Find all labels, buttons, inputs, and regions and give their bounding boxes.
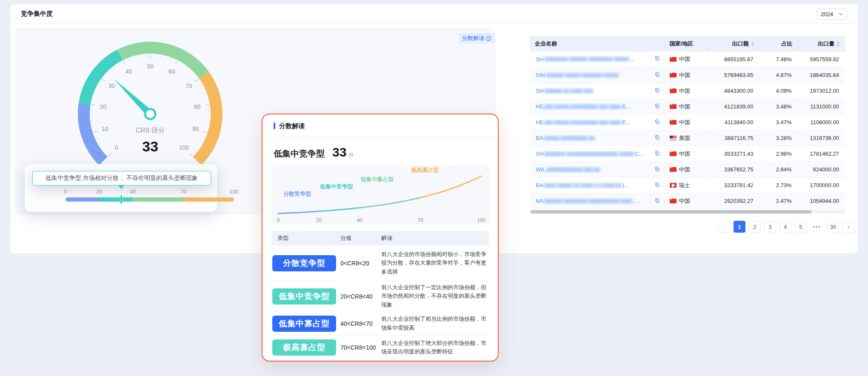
page-button-1[interactable]: 1: [734, 221, 745, 233]
company-name-redacted: ███ █████ █████████ ███ ████: [544, 120, 621, 125]
country-cell: 中国: [665, 119, 708, 126]
curve-segment-label: 低集中竞争型: [320, 183, 353, 190]
company-name-prefix: SH: [536, 56, 543, 63]
country-cell: 美国: [665, 134, 708, 142]
score-type-row: 低集中竞争型20<CR8<40前八大企业控制了一定比例的市场份额，但市场仍然相对…: [271, 281, 489, 312]
company-name[interactable]: NA██████ ████████ ██████████ ████. ...: [530, 198, 664, 205]
gauge-tick-label: 40: [125, 68, 132, 75]
country-cell: 中国: [665, 166, 708, 174]
export-volume: 1864035.64: [798, 67, 845, 83]
company-table-row: SH███████ █████████████████ █████C...中国3…: [530, 146, 845, 162]
page-button-4[interactable]: 4: [779, 221, 791, 233]
type-badge: 极高寡占型: [272, 339, 336, 356]
company-name-suffix: ...: [630, 56, 635, 63]
country-name: 中国: [679, 103, 690, 111]
copy-icon[interactable]: [654, 182, 660, 189]
company-table-row: HE███ █████ █████████ ███ ████E...中国4113…: [530, 114, 845, 130]
gauge-tick-label: 0: [115, 144, 118, 151]
type-description: 前八大企业的市场份额相对较小，市场竞争较为分散，存在大量的竞争对手，客户有更多选…: [381, 250, 489, 276]
sort-icon[interactable]: [751, 41, 754, 46]
country-name: 中国: [679, 119, 690, 126]
scale-bar-segment: [133, 197, 183, 202]
flag-icon-cn: [670, 104, 677, 109]
export-value: 5769463.85: [708, 67, 760, 83]
next-page-button[interactable]: ›: [842, 221, 854, 233]
share-percent: 2.84%: [760, 162, 798, 177]
gauge-tick-label: 60: [168, 68, 175, 75]
company-name[interactable]: WIL████████████ ███ ██: [530, 166, 664, 173]
country-cell: 中国: [665, 197, 708, 205]
export-volume: 1700000.00: [798, 177, 845, 193]
curve-x-tick: 70: [417, 217, 423, 223]
copy-icon[interactable]: [654, 151, 660, 157]
company-table-row: SIN██████ █████ ███████ █████中国5769463.8…: [530, 67, 845, 83]
copy-icon[interactable]: [654, 88, 660, 94]
copy-icon[interactable]: [654, 56, 660, 63]
curve-x-tick: 100: [477, 217, 485, 223]
copy-icon[interactable]: [654, 198, 660, 205]
export-value: 4121839.00: [708, 99, 760, 114]
type-description: 前八大企业控制了相当比例的市场份额，市场集中度较高: [381, 315, 489, 332]
scrollbar-thumb[interactable]: [531, 210, 811, 214]
company-name[interactable]: BA████ █████ ██ ████ █ █ ████ ██)...: [530, 182, 664, 189]
scale-bar-tick-label: 100: [229, 188, 239, 195]
company-name[interactable]: HE███ █████ █████████ ███ ████E...: [530, 119, 664, 126]
copy-icon[interactable]: [654, 166, 660, 173]
cr8-range: 70<CR8<100: [340, 344, 381, 351]
copy-icon[interactable]: [654, 72, 660, 79]
country-name: 中国: [679, 150, 690, 158]
gauge-tick-label: 70: [186, 83, 192, 89]
company-name-suffix: E...: [622, 103, 631, 110]
page-button-5[interactable]: 5: [795, 221, 807, 233]
export-value: 4113840.00: [708, 114, 760, 130]
gauge-label: CR8 得分: [136, 127, 165, 134]
score-explain-label: 分数解读: [462, 34, 484, 42]
column-header-企业名称: 企业名称: [530, 36, 664, 51]
tooltip-arrow: [118, 185, 124, 189]
scale-bar-segment: [66, 197, 99, 202]
flag-icon-ch: [670, 183, 677, 188]
score-category: 低集中竞争型: [274, 148, 325, 160]
column-header-label: 出口额: [732, 40, 749, 48]
popup-score-row: 低集中竞争型 33 分: [263, 138, 498, 160]
company-name[interactable]: SH██████ ██ ████ ███: [530, 88, 664, 94]
country-cell: 中国: [665, 55, 708, 63]
year-select[interactable]: 2024: [817, 8, 847, 20]
pagination: ‹12345•••30›: [718, 221, 854, 233]
copy-icon[interactable]: [654, 135, 660, 142]
sort-icon[interactable]: [837, 41, 840, 46]
company-name-redacted: ████████████ ███ ██: [546, 168, 600, 172]
flag-icon-cn: [670, 57, 677, 62]
company-name-suffix: C...: [635, 151, 643, 157]
score-type-table: 类型 分值 解读 分散竞争型0<CR8<20前八大企业的市场份额相对较小，市场竞…: [271, 231, 489, 359]
info-icon: [486, 36, 491, 41]
company-name[interactable]: HE███ █████ █████████ ███ ████E...: [530, 103, 664, 110]
company-name-prefix: WIL: [536, 166, 545, 173]
country-name: 中国: [679, 197, 690, 205]
company-name[interactable]: SH███████ █████████████████ █████C...: [530, 151, 664, 157]
curve-segment-label: 低集中寡占型: [360, 176, 394, 182]
score-type-row: 分散竞争型0<CR8<20前八大企业的市场份额相对较小，市场竞争较为分散，存在大…: [271, 245, 489, 281]
company-name[interactable]: SH████████ ██████ ████████ █████...: [530, 56, 664, 63]
page-button-2[interactable]: 2: [749, 221, 761, 233]
score-explain-button[interactable]: 分数解读: [459, 33, 495, 43]
export-volume: 5957559.92: [798, 51, 845, 67]
copy-icon[interactable]: [654, 119, 660, 126]
year-select-value: 2024: [821, 11, 833, 17]
dashboard-page: 竞争集中度 2024 分数解读 0102030405060708090100CR…: [0, 0, 868, 376]
column-header-出口额[interactable]: 出口额: [708, 36, 760, 51]
export-value: 3887116.75: [708, 130, 760, 146]
company-name[interactable]: BA█████ █████████ ██: [530, 135, 664, 142]
company-table-row: BA████ █████ ██ ████ █ █ ████ ██)...瑞士32…: [530, 177, 845, 193]
column-header-出口量[interactable]: 出口量: [798, 36, 845, 51]
curve-segment: [278, 211, 319, 214]
company-name[interactable]: SIN██████ █████ ███████ █████: [530, 72, 664, 79]
page-button-30[interactable]: 30: [827, 221, 839, 233]
company-name-prefix: BA: [536, 135, 543, 141]
country-cell: 中国: [665, 87, 708, 95]
copy-icon[interactable]: [654, 103, 660, 110]
gauge-tick-label: 10: [102, 125, 108, 132]
page-button-3[interactable]: 3: [764, 221, 776, 233]
horizontal-scrollbar[interactable]: [530, 210, 845, 214]
scale-bar-segment: [183, 197, 234, 202]
